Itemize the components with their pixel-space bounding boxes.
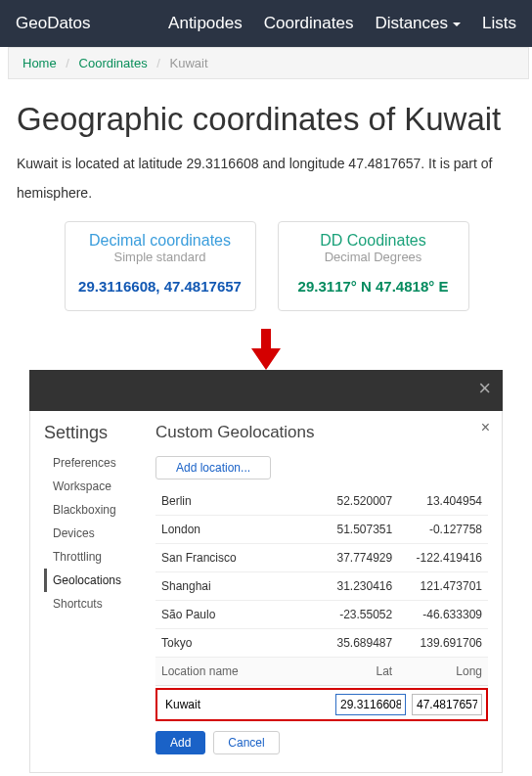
- table-row[interactable]: San Francisco37.774929-122.419416: [155, 544, 488, 572]
- add-button[interactable]: Add: [155, 731, 205, 754]
- top-nav: GeoDatos Antipodes Coordinates Distances…: [0, 0, 532, 47]
- new-location-lon-input[interactable]: [412, 694, 482, 715]
- brand-logo[interactable]: GeoDatos: [16, 14, 91, 33]
- settings-panel: × Settings PreferencesWorkspaceBlackboxi…: [29, 411, 503, 773]
- settings-heading: Settings: [44, 423, 134, 443]
- settings-main: Custom Geolocations Add location... Berl…: [155, 423, 488, 754]
- cell-lon: 121.473701: [398, 572, 488, 601]
- sidebar-item-geolocations[interactable]: Geolocations: [44, 569, 134, 592]
- devtools-titlebar: ×: [29, 370, 503, 411]
- cell-lat: 35.689487: [308, 629, 398, 658]
- col-lon: Long: [398, 658, 488, 686]
- sidebar-item-blackboxing[interactable]: Blackboxing: [44, 498, 134, 522]
- cell-lat: 51.507351: [308, 516, 398, 544]
- breadcrumb-home[interactable]: Home: [22, 56, 57, 70]
- table-row[interactable]: London51.507351-0.127758: [155, 516, 488, 544]
- sidebar-item-throttling[interactable]: Throttling: [44, 545, 134, 569]
- cell-name: Shanghai: [155, 572, 308, 601]
- cell-lon: -46.633309: [398, 601, 488, 629]
- sidebar-item-devices[interactable]: Devices: [44, 522, 134, 545]
- article-line2: hemisphere.: [17, 183, 516, 205]
- sidebar-item-workspace[interactable]: Workspace: [44, 475, 134, 498]
- cell-name: London: [155, 516, 308, 544]
- decimal-sub: Simple standard: [75, 250, 245, 264]
- nav-links: Antipodes Coordinates Distances Lists: [168, 14, 516, 33]
- cell-lon: -122.419416: [398, 544, 488, 572]
- cell-lat: 52.520007: [308, 487, 398, 516]
- new-location-name-input[interactable]: [161, 695, 330, 714]
- decimal-title: Decimal coordinates: [75, 232, 245, 250]
- breadcrumb-coordinates[interactable]: Coordinates: [79, 56, 148, 70]
- panel-title: Custom Geolocations: [155, 423, 488, 442]
- breadcrumb-current: Kuwait: [170, 56, 208, 70]
- sidebar-item-preferences[interactable]: Preferences: [44, 451, 134, 475]
- cancel-button[interactable]: Cancel: [213, 731, 279, 754]
- sidebar-item-shortcuts[interactable]: Shortcuts: [44, 592, 134, 616]
- nav-coordinates[interactable]: Coordinates: [264, 14, 354, 33]
- col-name: Location name: [155, 658, 308, 686]
- nav-lists[interactable]: Lists: [482, 14, 516, 33]
- table-row[interactable]: Berlin52.52000713.404954: [155, 487, 488, 516]
- locations-table: Berlin52.52000713.404954London51.507351-…: [155, 487, 488, 686]
- close-icon[interactable]: ×: [478, 378, 491, 399]
- nav-antipodes[interactable]: Antipodes: [168, 14, 243, 33]
- table-row[interactable]: São Paulo-23.55052-46.633309: [155, 601, 488, 629]
- dd-sub: Decimal Degrees: [288, 250, 459, 264]
- cell-lat: 31.230416: [308, 572, 398, 601]
- cell-lat: 37.774929: [308, 544, 398, 572]
- col-lat: Lat: [308, 658, 398, 686]
- decimal-value: 29.3116608, 47.4817657: [75, 278, 245, 295]
- page-title: Geographic coordinates of Kuwait: [17, 101, 516, 138]
- dd-value: 29.3117° N 47.4818° E: [288, 278, 459, 295]
- table-row[interactable]: Tokyo35.689487139.691706: [155, 629, 488, 658]
- new-location-lat-input[interactable]: [335, 694, 406, 715]
- cell-lon: 13.404954: [398, 487, 488, 516]
- decimal-box: Decimal coordinates Simple standard 29.3…: [65, 221, 256, 311]
- cell-lat: -23.55052: [308, 601, 398, 629]
- coord-boxes: Decimal coordinates Simple standard 29.3…: [17, 221, 516, 311]
- cell-name: São Paulo: [155, 601, 308, 629]
- article-body: Geographic coordinates of Kuwait Kuwait …: [0, 101, 532, 311]
- dd-title: DD Coodinates: [288, 232, 459, 250]
- new-location-row: [155, 688, 488, 721]
- settings-sidebar: Settings PreferencesWorkspaceBlackboxing…: [44, 423, 134, 754]
- cell-name: Tokyo: [155, 629, 308, 658]
- nav-distances[interactable]: Distances: [375, 14, 461, 33]
- cell-lon: -0.127758: [398, 516, 488, 544]
- dialog-buttons: Add Cancel: [155, 731, 488, 754]
- dd-box: DD Coodinates Decimal Degrees 29.3117° N…: [278, 221, 469, 311]
- cell-lon: 139.691706: [398, 629, 488, 658]
- article-line1: Kuwait is located at latitude 29.3116608…: [17, 154, 516, 175]
- add-location-button[interactable]: Add location...: [155, 456, 271, 479]
- table-row[interactable]: Shanghai31.230416121.473701: [155, 572, 488, 601]
- breadcrumb: Home / Coordinates / Kuwait: [8, 47, 529, 79]
- breadcrumb-sep: /: [156, 56, 160, 70]
- cell-name: Berlin: [155, 487, 308, 516]
- breadcrumb-sep: /: [66, 56, 69, 70]
- panel-close-icon[interactable]: ×: [481, 419, 490, 436]
- cell-name: San Francisco: [155, 544, 308, 572]
- arrow-icon: [0, 329, 532, 370]
